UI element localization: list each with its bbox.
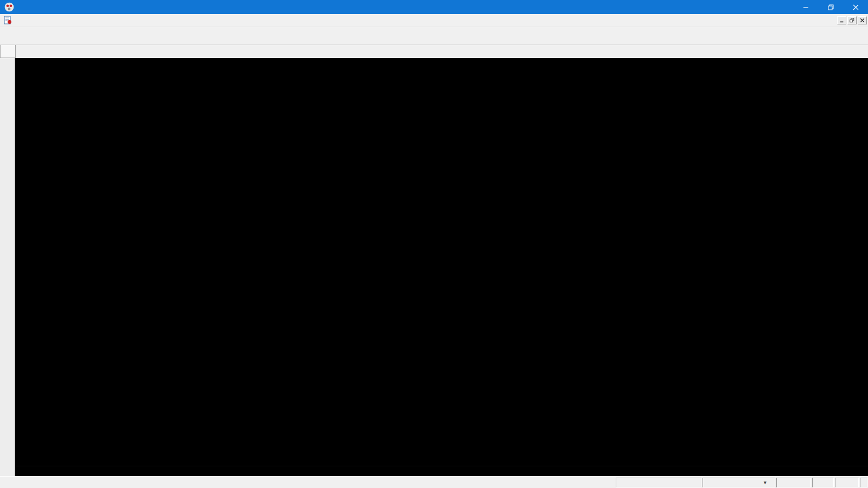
pcb-workspace[interactable] <box>15 58 868 466</box>
mode-bar <box>0 45 868 58</box>
mdi-close-button[interactable] <box>858 16 867 24</box>
mdi-minimize-button[interactable] <box>837 16 846 24</box>
num-lock-indicator <box>835 478 859 487</box>
toolbar <box>0 27 868 45</box>
window-minimize-button[interactable] <box>793 0 818 14</box>
menu-bar <box>0 14 868 27</box>
title-bar <box>0 0 868 14</box>
status-bar: ▾ <box>0 476 868 488</box>
pad2pad-window: ▾ <box>0 0 868 488</box>
status-spacer <box>860 478 867 487</box>
snap-indicator[interactable] <box>776 478 811 487</box>
app-icon <box>4 2 14 12</box>
status-message <box>1 478 615 487</box>
window-restore-button[interactable] <box>818 0 843 14</box>
window-close-button[interactable] <box>843 0 868 14</box>
tool-palette <box>0 58 15 476</box>
mode-status-tab <box>0 45 16 58</box>
caps-lock-indicator <box>812 478 834 487</box>
mdi-restore-button[interactable] <box>847 16 857 24</box>
bottom-ruler <box>15 466 868 476</box>
document-icon <box>3 16 12 25</box>
cursor-position <box>616 478 701 487</box>
grid-setting-dropdown[interactable]: ▾ <box>703 478 775 487</box>
chevron-down-icon: ▾ <box>764 480 769 485</box>
pcb-canvas[interactable] <box>15 58 178 140</box>
